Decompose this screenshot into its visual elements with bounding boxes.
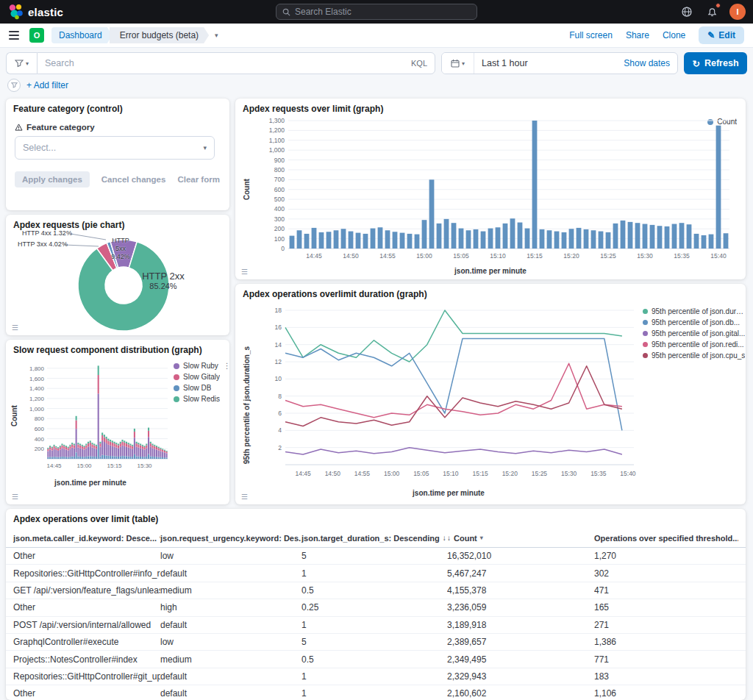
chevron-down-icon[interactable]: ▾: [215, 32, 218, 39]
table-row[interactable]: Otherlow516,352,0101,270: [6, 548, 746, 565]
user-avatar[interactable]: I: [729, 4, 746, 20]
table-cell[interactable]: 3,236,059: [447, 602, 594, 612]
table-cell[interactable]: 271: [594, 620, 738, 630]
table-cell[interactable]: low: [160, 551, 301, 561]
table-cell[interactable]: default: [160, 568, 301, 579]
table-cell[interactable]: GraphqlController#execute: [13, 637, 160, 647]
table-cell[interactable]: 2,389,657: [447, 637, 594, 647]
table-cell[interactable]: 1,270: [594, 551, 738, 561]
table-cell[interactable]: GET /api/:version/feature_flags/unleash.…: [13, 585, 160, 596]
legend-item[interactable]: 95th percentile of json.gital...: [643, 329, 746, 338]
global-search-input[interactable]: [295, 7, 471, 17]
table-cell[interactable]: 4,155,378: [447, 585, 594, 596]
table-cell[interactable]: medium: [160, 585, 301, 596]
calendar-button[interactable]: ▾: [442, 53, 474, 74]
table-row[interactable]: Projects::NotesController#indexmedium0.5…: [6, 651, 746, 668]
table-row[interactable]: Otherdefault12,160,6021,106: [6, 685, 746, 700]
table-cell[interactable]: 0.25: [301, 602, 447, 612]
table-cell[interactable]: default: [160, 620, 301, 630]
table-cell[interactable]: medium: [160, 654, 301, 665]
legend-item[interactable]: Slow Gitaly: [174, 373, 229, 381]
legend-item[interactable]: 95th percentile of json.cpu_s: [643, 351, 746, 360]
table-cell[interactable]: 3,189,918: [447, 620, 594, 630]
add-filter-button[interactable]: + Add filter: [26, 80, 68, 90]
filters-icon[interactable]: [7, 79, 21, 92]
legend-item[interactable]: 95th percentile of json.dura...: [643, 307, 746, 315]
column-header[interactable]: ↓Count▾: [447, 534, 594, 543]
table-row[interactable]: GET /api/:version/feature_flags/unleash.…: [6, 582, 746, 599]
full-screen-link[interactable]: Full screen: [569, 30, 613, 40]
column-header[interactable]: json.meta.caller_id.keyword: Desce...▾: [13, 534, 160, 543]
table-cell[interactable]: default: [160, 688, 301, 699]
table-cell[interactable]: POST /api/:version/internal/allowed: [13, 620, 160, 630]
table-cell[interactable]: 0.5: [301, 654, 447, 665]
legend-toggle-icon[interactable]: ☰: [241, 268, 248, 276]
share-link[interactable]: Share: [626, 30, 649, 40]
kql-search[interactable]: KQL: [37, 52, 435, 74]
table-cell[interactable]: 1: [301, 688, 447, 699]
table-cell[interactable]: Repositories::GitHttpController#info_ref…: [13, 568, 160, 579]
table-cell[interactable]: 183: [594, 671, 738, 682]
table-cell[interactable]: 771: [594, 654, 738, 665]
table-cell[interactable]: 5,467,247: [447, 568, 594, 579]
legend-item[interactable]: 95th percentile of json.db...: [643, 318, 746, 326]
elastic-brand[interactable]: elastic: [7, 4, 63, 20]
legend-item[interactable]: 95th percentile of json.redi...: [643, 340, 746, 349]
table-cell[interactable]: 5: [301, 637, 447, 647]
table-cell[interactable]: 1,386: [594, 637, 738, 647]
table-row[interactable]: Repositories::GitHttpController#git_upl.…: [6, 668, 746, 685]
table-cell[interactable]: default: [160, 671, 301, 682]
table-cell[interactable]: Other: [13, 688, 160, 699]
panel-menu-icon[interactable]: ⋮: [224, 362, 229, 370]
table-cell[interactable]: 2,349,495: [447, 654, 594, 665]
table-cell[interactable]: Other: [13, 602, 160, 612]
legend-item[interactable]: Slow Redis: [174, 395, 229, 403]
table-cell[interactable]: 302: [594, 568, 738, 579]
saved-query-menu-button[interactable]: ▾: [6, 52, 37, 74]
table-cell[interactable]: 165: [594, 602, 738, 612]
kql-label[interactable]: KQL: [411, 59, 427, 68]
table-cell[interactable]: high: [160, 602, 301, 612]
time-range-value[interactable]: Last 1 hour: [474, 58, 616, 68]
legend-item[interactable]: Slow DB: [174, 384, 229, 392]
table-cell[interactable]: Other: [13, 551, 160, 561]
edit-button[interactable]: ✎ Edit: [699, 26, 744, 44]
table-cell[interactable]: low: [160, 637, 301, 647]
table-cell[interactable]: 1,106: [594, 688, 738, 699]
cancel-changes-button[interactable]: Cancel changes: [101, 175, 166, 184]
breadcrumb-dashboard[interactable]: Dashboard: [51, 27, 113, 43]
global-search[interactable]: [276, 4, 477, 20]
table-cell[interactable]: Repositories::GitHttpController#git_upl.…: [13, 671, 160, 682]
table-cell[interactable]: 1: [301, 568, 447, 579]
clone-link[interactable]: Clone: [663, 30, 685, 40]
globe-icon[interactable]: [679, 4, 694, 19]
kql-search-input[interactable]: [45, 58, 405, 68]
refresh-button[interactable]: ↻ Refresh: [684, 52, 747, 74]
column-header[interactable]: json.request_urgency.keyword: Des...▾: [160, 534, 301, 543]
table-cell[interactable]: 0.5: [301, 585, 447, 596]
column-header[interactable]: json.target_duration_s: Descending↓▾: [301, 534, 447, 543]
table-cell[interactable]: 2,160,602: [447, 688, 594, 699]
legend-toggle-icon[interactable]: ☰: [12, 493, 18, 501]
legend-toggle-icon[interactable]: ☰: [12, 324, 18, 332]
table-cell[interactable]: 2,329,943: [447, 671, 594, 682]
clear-form-button[interactable]: Clear form: [177, 175, 220, 184]
table-cell[interactable]: 16,352,010: [447, 551, 594, 561]
menu-icon[interactable]: [9, 31, 19, 40]
table-row[interactable]: GraphqlController#executelow52,389,6571,…: [6, 634, 746, 651]
apply-changes-button[interactable]: Apply changes: [15, 171, 90, 188]
table-cell[interactable]: Projects::NotesController#index: [13, 654, 160, 665]
show-dates-button[interactable]: Show dates: [616, 58, 677, 68]
table-row[interactable]: POST /api/:version/internal/alloweddefau…: [6, 617, 746, 634]
column-header[interactable]: Operations over specified threshold...▾: [594, 534, 738, 543]
table-cell[interactable]: 471: [594, 585, 738, 596]
space-badge[interactable]: O: [29, 28, 44, 43]
legend-item[interactable]: Slow Ruby⋮: [174, 362, 229, 370]
table-cell[interactable]: 5: [301, 551, 447, 561]
table-cell[interactable]: 1: [301, 671, 447, 682]
table-row[interactable]: Repositories::GitHttpController#info_ref…: [6, 565, 746, 582]
legend-toggle-icon[interactable]: ☰: [241, 493, 248, 501]
feature-category-select[interactable]: Select... ▾: [15, 136, 215, 160]
table-cell[interactable]: 1: [301, 620, 447, 630]
notifications-bell-icon[interactable]: [704, 4, 719, 19]
